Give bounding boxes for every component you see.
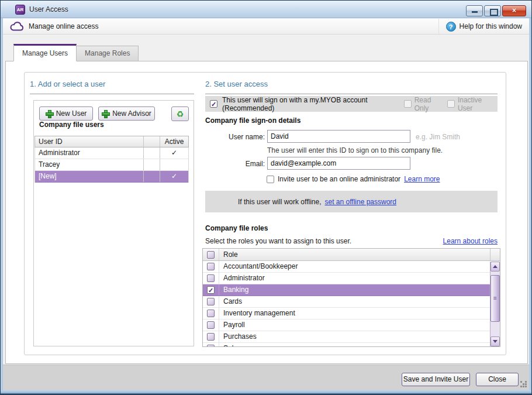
signon-details-heading: Company file sign-on details (205, 116, 300, 125)
user-name-hint: e.g. Jim Smith (416, 133, 460, 141)
role-checkbox[interactable] (207, 321, 215, 329)
myob-account-label: This user will sign on with a my.MYOB ac… (222, 96, 399, 112)
user-id-cell: Administrator (35, 147, 143, 159)
scroll-up-button[interactable] (490, 262, 500, 272)
role-row[interactable]: Inventory management (203, 308, 500, 320)
invite-admin-checkbox[interactable] (267, 176, 274, 183)
cloud-icon (9, 22, 25, 32)
manage-online-access-label: Manage online access (29, 22, 98, 30)
blank-cell (143, 171, 160, 182)
offline-password-link[interactable]: set an offline password (325, 198, 397, 206)
plus-icon (102, 110, 109, 117)
section-heading-set-access: 2. Set user access (205, 80, 268, 88)
myob-account-checkbox[interactable]: ✓ (210, 100, 217, 108)
refresh-icon: ♻ (177, 109, 184, 119)
role-checkbox[interactable] (207, 263, 215, 270)
roles-instruction: Select the roles you want to assign to t… (205, 237, 351, 245)
role-name: Cards (219, 296, 500, 307)
new-advisor-button[interactable]: New Advisor (98, 107, 155, 121)
column-header-blank (143, 136, 160, 147)
scrollbar-thumb[interactable]: ≡ (490, 275, 500, 322)
new-user-button[interactable]: New User (39, 107, 93, 121)
role-name: Purchases (219, 331, 500, 342)
users-table-header: User ID Active (34, 136, 189, 147)
divider (30, 94, 194, 94)
divider (205, 94, 498, 94)
signon-option-bar: ✓ This user will sign on with a my.MYOB … (205, 96, 498, 112)
user-id-cell: Tracey (35, 159, 143, 170)
column-header-role[interactable]: Role (219, 249, 490, 260)
help-button[interactable]: ? Help for this window (438, 19, 529, 34)
role-row[interactable]: ✓Banking (203, 284, 500, 296)
manage-online-access-button[interactable]: Manage online access (3, 22, 98, 32)
save-and-invite-button[interactable]: Save and Invite User (402, 373, 470, 386)
roles-scrollbar[interactable]: ≡ (490, 262, 500, 346)
user-name-input[interactable] (267, 130, 410, 143)
active-check-cell: ✓ (160, 171, 188, 182)
roles-table-body: Accountant/BookkeeperAdministrator✓Banki… (203, 261, 500, 347)
column-header-user-id[interactable]: User ID (35, 136, 143, 147)
role-checkbox-cell: ✓ (203, 286, 219, 294)
title-bar[interactable]: AR User Access × (1, 1, 531, 18)
offline-password-box: If this user will work offline, set an o… (205, 191, 498, 212)
roles-table-header: Role (203, 249, 500, 261)
tab-manage-roles[interactable]: Manage Roles (77, 46, 139, 61)
user-name-help-text: The user will enter this ID to sign on t… (267, 146, 443, 154)
table-row[interactable]: Tracey (35, 159, 188, 171)
learn-about-roles-link[interactable]: Learn about roles (443, 237, 498, 245)
user-access-window: AR User Access × Manage online access ? … (0, 0, 532, 395)
close-dialog-button[interactable]: Close (476, 373, 519, 386)
invite-admin-row: Invite user to be an online administrato… (267, 175, 440, 183)
role-checkbox[interactable] (207, 345, 215, 347)
learn-more-link[interactable]: Learn more (404, 175, 440, 183)
read-only-checkbox[interactable] (404, 100, 412, 108)
role-name: Accountant/Bookkeeper (219, 261, 500, 272)
inactive-user-checkbox[interactable] (447, 100, 455, 108)
role-row[interactable]: Administrator (203, 273, 500, 284)
email-input[interactable] (267, 157, 410, 170)
close-button[interactable]: × (502, 5, 526, 16)
roles-heading: Company file roles (205, 224, 268, 232)
tab-manage-users[interactable]: Manage Users (13, 44, 77, 61)
role-checkbox[interactable]: ✓ (207, 286, 215, 294)
new-user-label: New User (56, 109, 87, 118)
scrollbar-header-stub (490, 249, 500, 260)
select-all-roles-checkbox[interactable] (207, 251, 215, 259)
role-row[interactable]: Accountant/Bookkeeper (203, 261, 500, 273)
role-name: Payroll (219, 320, 500, 331)
users-table: User ID Active Administrator✓Tracey[New]… (34, 136, 189, 183)
inactive-user-label: Inactive User (458, 96, 493, 112)
role-checkbox-cell (203, 263, 219, 270)
role-row[interactable]: Cards (203, 296, 500, 308)
role-checkbox[interactable] (207, 333, 215, 341)
role-checkbox[interactable] (207, 274, 215, 282)
maximize-button[interactable] (484, 5, 501, 16)
role-checkbox[interactable] (207, 310, 215, 317)
role-checkbox-cell (203, 345, 219, 347)
window-title: User Access (29, 5, 68, 13)
roles-instruction-row: Select the roles you want to assign to t… (205, 237, 498, 245)
table-row[interactable]: Administrator✓ (35, 147, 188, 159)
role-checkbox-cell (203, 298, 219, 305)
role-name: Inventory management (219, 308, 500, 319)
role-row[interactable]: Purchases (203, 331, 500, 343)
role-name: Administrator (219, 273, 500, 284)
role-row[interactable]: Payroll (203, 320, 500, 331)
refresh-users-button[interactable]: ♻ (171, 107, 189, 121)
plus-icon (46, 110, 53, 117)
toolbar: Manage online access ? Help for this win… (3, 19, 529, 35)
role-row[interactable]: Sales (203, 343, 500, 347)
users-table-body: Administrator✓Tracey[New]✓ (34, 147, 189, 183)
role-checkbox[interactable] (207, 298, 215, 305)
read-only-option: Read Only (404, 96, 443, 112)
inactive-user-option: Inactive User (447, 96, 493, 112)
window-border (1, 390, 531, 394)
window-border (1, 18, 3, 394)
resize-grip[interactable] (520, 381, 527, 388)
role-checkbox-cell (203, 321, 219, 329)
minimize-button[interactable] (466, 5, 483, 16)
table-row[interactable]: [New]✓ (35, 171, 188, 183)
scroll-down-button[interactable] (490, 336, 500, 346)
users-table-title: Company file users (39, 121, 104, 129)
section-heading-add-user: 1. Add or select a user (30, 80, 105, 88)
